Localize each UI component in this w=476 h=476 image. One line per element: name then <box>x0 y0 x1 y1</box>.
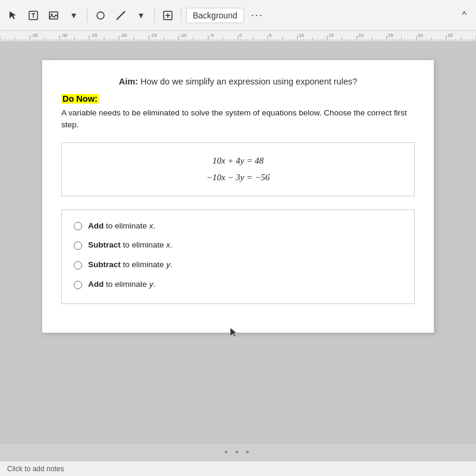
shape-tool-icon[interactable] <box>92 7 109 24</box>
line-dropdown-icon[interactable]: ▾ <box>133 7 149 24</box>
svg-point-6 <box>97 12 104 19</box>
radio-circle-1[interactable] <box>74 222 82 230</box>
do-now-label: Do Now: <box>61 93 415 107</box>
separator-2 <box>154 8 155 23</box>
image-dropdown-icon[interactable]: ▾ <box>65 7 82 24</box>
equation-2: −10x − 3y = −56 <box>74 169 402 186</box>
aim-text: How do we simplify an expression using e… <box>138 77 357 86</box>
radio-circle-3[interactable] <box>74 261 82 270</box>
choice-2-text: Subtract to eliminate x. <box>88 240 173 251</box>
equation-1: 10x + 4y = 48 <box>74 152 402 170</box>
radio-circle-2[interactable] <box>74 242 82 250</box>
status-text: Click to add notes <box>7 465 64 473</box>
collapse-toolbar-button[interactable]: ^ <box>457 8 471 23</box>
radio-circle-4[interactable] <box>74 281 82 289</box>
insert-icon[interactable] <box>159 7 176 24</box>
cursor-indicator <box>229 327 237 340</box>
background-button[interactable]: Background <box>186 8 244 23</box>
svg-point-5 <box>51 13 53 15</box>
choice-item[interactable]: Add to eliminate x. <box>74 221 402 232</box>
choice-4-text: Add to eliminate y. <box>88 279 155 290</box>
choice-3-text: Subtract to eliminate y. <box>88 259 173 271</box>
svg-marker-11 <box>230 328 237 337</box>
svg-line-7 <box>117 11 125 20</box>
do-now-text: Do Now: <box>61 94 99 104</box>
cursor-tool-icon[interactable] <box>5 7 21 24</box>
ruler <box>0 31 476 42</box>
image-tool-icon[interactable] <box>45 7 62 24</box>
bottom-scroll-bar[interactable]: • • • <box>0 443 476 461</box>
more-options-button[interactable]: ··· <box>248 7 267 24</box>
aim-prefix: Aim: <box>119 77 138 86</box>
equations-box: 10x + 4y = 48 −10x − 3y = −56 <box>61 142 415 196</box>
choice-item[interactable]: Add to eliminate y. <box>74 279 402 290</box>
scroll-dots: • • • <box>224 447 252 458</box>
choices-box: Add to eliminate x. Subtract to eliminat… <box>61 209 415 305</box>
choice-1-text: Add to eliminate x. <box>88 221 155 232</box>
choice-item[interactable]: Subtract to eliminate y. <box>74 259 402 271</box>
svg-marker-0 <box>10 11 16 19</box>
text-tool-icon[interactable] <box>25 7 42 24</box>
aim-line: Aim: How do we simplify an expression us… <box>61 77 415 86</box>
choice-item[interactable]: Subtract to eliminate x. <box>74 240 402 251</box>
problem-text: A variable needs to be eliminated to sol… <box>61 107 415 131</box>
slide-card: Aim: How do we simplify an expression us… <box>42 60 434 333</box>
main-area: Aim: How do we simplify an expression us… <box>0 42 476 443</box>
line-tool-icon[interactable] <box>112 7 129 24</box>
separator-1 <box>87 8 87 23</box>
separator-3 <box>181 8 181 23</box>
toolbar: ▾ ▾ Background ··· ^ <box>0 0 476 31</box>
status-bar: Click to add notes <box>0 461 476 476</box>
